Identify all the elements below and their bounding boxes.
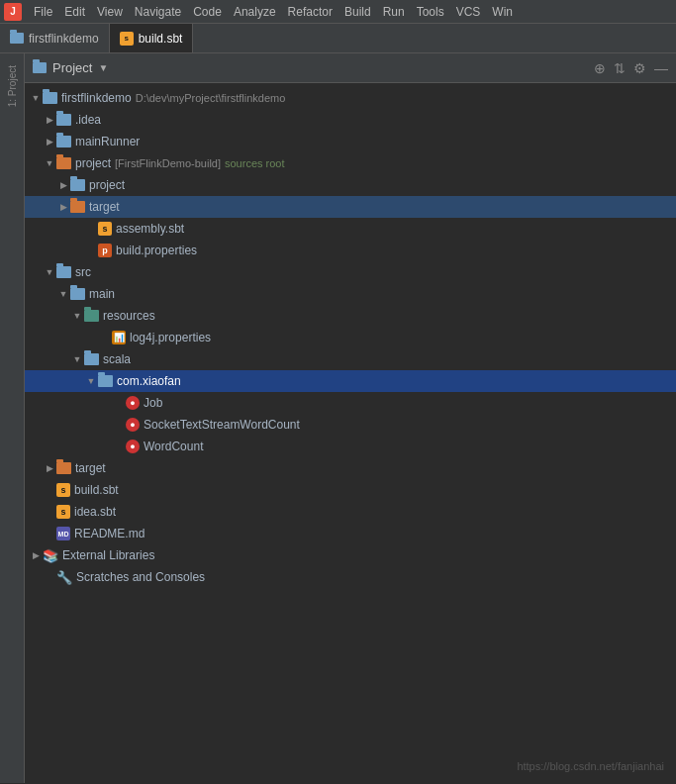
target-root-arrow: ▶	[43, 461, 56, 475]
menu-edit[interactable]: Edit	[58, 0, 91, 23]
collapse-icon[interactable]: ⇅	[614, 60, 626, 76]
menu-file[interactable]: File	[28, 0, 58, 23]
tree-project-sub[interactable]: ▶ project	[25, 174, 676, 196]
mainrunner-arrow: ▶	[43, 135, 56, 148]
main-label: main	[89, 287, 115, 301]
tab-bar: firstflinkdemo s build.sbt	[0, 24, 676, 53]
tree-target-root[interactable]: ▶ target	[25, 457, 676, 479]
tree-assembly-sbt[interactable]: s assembly.sbt	[25, 218, 676, 240]
idea-sbt-label: idea.sbt	[74, 505, 116, 519]
project-build-arrow: ▼	[43, 156, 56, 170]
com-xiaofan-folder-icon	[98, 375, 113, 387]
resources-folder-icon	[84, 310, 99, 322]
log4j-icon: 📊	[112, 331, 126, 344]
project-tree: ▼ firstflinkdemo D:\dev\myProject\firstf…	[25, 83, 676, 783]
build-sbt-label: build.sbt	[74, 483, 119, 497]
root-path: D:\dev\myProject\firstflinkdemo	[136, 92, 286, 104]
tree-mainrunner[interactable]: ▶ mainRunner	[25, 131, 676, 152]
left-strip: 1: Project	[0, 53, 25, 783]
tree-build-sbt[interactable]: s build.sbt	[25, 479, 676, 501]
mainrunner-label: mainRunner	[75, 135, 140, 148]
sbt-icon: s	[120, 32, 134, 46]
tree-com-xiaofan[interactable]: ▼ com.xiaofan	[25, 370, 676, 392]
menu-win[interactable]: Win	[486, 0, 519, 23]
tree-scala[interactable]: ▼ scala	[25, 348, 676, 370]
project-panel: Project ▼ ⊕ ⇅ ⚙ — ▼ firstflinkdemo D:\de…	[25, 53, 676, 783]
root-label: firstflinkdemo	[61, 91, 132, 105]
scala-label: scala	[103, 352, 131, 366]
tree-resources[interactable]: ▼ resources	[25, 305, 676, 327]
tab-build-sbt[interactable]: s build.sbt	[110, 24, 194, 52]
mainrunner-folder-icon	[56, 136, 71, 147]
project-build-tag: [FirstFlinkDemo-build]	[115, 157, 221, 169]
tree-idea[interactable]: ▶ .idea	[25, 109, 676, 131]
main-layout: 1: Project Project ▼ ⊕ ⇅ ⚙ — ▼ firstflin…	[0, 53, 676, 783]
menu-refactor[interactable]: Refactor	[282, 0, 338, 23]
tab-firstflinkdemo[interactable]: firstflinkdemo	[0, 24, 110, 52]
menu-tools[interactable]: Tools	[411, 0, 450, 23]
project-sub-label: project	[89, 178, 125, 192]
resources-label: resources	[103, 309, 155, 323]
lib-icon: 📚	[43, 548, 58, 563]
menu-bar: J File Edit View Navigate Code Analyze R…	[0, 0, 676, 24]
com-xiaofan-label: com.xiaofan	[117, 374, 181, 388]
project-sub-folder-icon	[70, 179, 85, 191]
tree-log4j[interactable]: 📊 log4j.properties	[25, 327, 676, 348]
tree-scratches[interactable]: 🔧 Scratches and Consoles	[25, 566, 676, 588]
scratch-icon: 🔧	[56, 570, 72, 585]
menu-view[interactable]: View	[91, 0, 129, 23]
wordcount-label: WordCount	[144, 440, 203, 453]
menu-code[interactable]: Code	[187, 0, 228, 23]
scala-arrow: ▼	[70, 352, 84, 366]
build-sbt-icon: s	[56, 483, 70, 497]
wordcount-icon: ●	[126, 440, 140, 453]
target-root-folder-icon	[56, 462, 71, 474]
tree-readme[interactable]: MD README.md	[25, 523, 676, 544]
scala-folder-icon	[84, 353, 99, 365]
menu-build[interactable]: Build	[338, 0, 377, 23]
menu-vcs[interactable]: VCS	[450, 0, 487, 23]
resources-arrow: ▼	[70, 309, 84, 323]
target-root-label: target	[75, 461, 106, 475]
src-label: src	[75, 265, 91, 279]
project-header: Project ▼ ⊕ ⇅ ⚙ —	[25, 53, 676, 83]
tree-wordcount[interactable]: ● WordCount	[25, 436, 676, 457]
menu-navigate[interactable]: Navigate	[129, 0, 187, 23]
tree-idea-sbt[interactable]: s idea.sbt	[25, 501, 676, 523]
tree-sockettextstreamwordcount[interactable]: ● SocketTextStreamWordCount	[25, 414, 676, 436]
globe-icon[interactable]: ⊕	[594, 60, 606, 76]
sockettextstreamwordcount-label: SocketTextStreamWordCount	[144, 418, 300, 432]
src-arrow: ▼	[43, 265, 56, 279]
idea-label: .idea	[75, 113, 101, 127]
tree-build-props[interactable]: p build.properties	[25, 240, 676, 261]
tree-job[interactable]: ● Job	[25, 392, 676, 414]
main-arrow: ▼	[56, 287, 70, 301]
tree-target-sub[interactable]: ▶ target	[25, 196, 676, 218]
target-sub-folder-icon	[70, 201, 85, 213]
tree-main[interactable]: ▼ main	[25, 283, 676, 305]
sockettextstreamwordcount-icon: ●	[126, 418, 140, 432]
readme-icon: MD	[56, 527, 70, 540]
com-xiaofan-arrow: ▼	[84, 374, 98, 388]
tree-project-build[interactable]: ▼ project [FirstFlinkDemo-build] sources…	[25, 152, 676, 174]
menu-run[interactable]: Run	[377, 0, 411, 23]
build-props-icon: p	[98, 244, 112, 257]
job-label: Job	[144, 396, 162, 410]
tree-src[interactable]: ▼ src	[25, 261, 676, 283]
project-build-label: project	[75, 156, 111, 170]
tree-root[interactable]: ▼ firstflinkdemo D:\dev\myProject\firstf…	[25, 87, 676, 109]
project-build-sourcetag: sources root	[225, 157, 285, 169]
dropdown-arrow[interactable]: ▼	[98, 62, 108, 73]
close-icon[interactable]: —	[654, 60, 668, 76]
settings-icon[interactable]: ⚙	[633, 60, 646, 76]
readme-label: README.md	[74, 527, 145, 540]
job-icon: ●	[126, 396, 140, 410]
external-libs-arrow: ▶	[29, 548, 43, 562]
tab-firstflinkdemo-label: firstflinkdemo	[29, 32, 99, 46]
strip-label: 1: Project	[7, 65, 18, 107]
tree-external-libs[interactable]: ▶ 📚 External Libraries	[25, 544, 676, 566]
menu-analyze[interactable]: Analyze	[228, 0, 282, 23]
project-folder-icon	[33, 62, 47, 73]
project-sub-arrow: ▶	[56, 178, 70, 192]
app-icon: J	[4, 3, 22, 21]
